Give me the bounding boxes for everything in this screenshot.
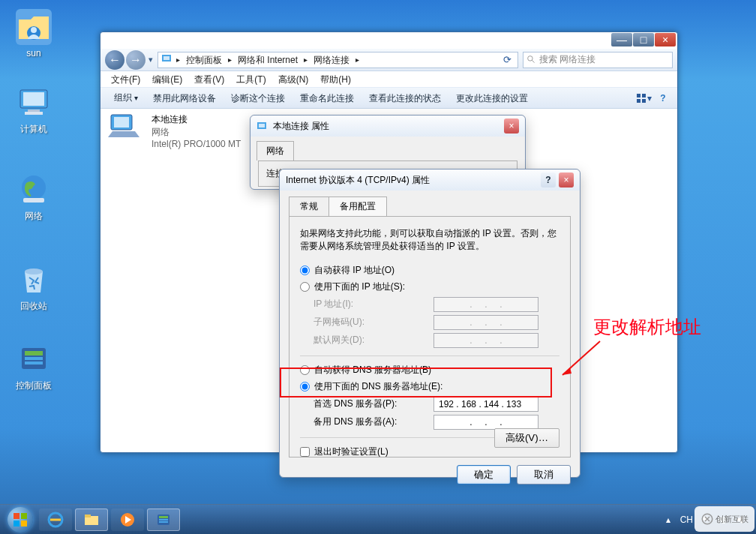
radio-ip-auto[interactable]: 自动获得 IP 地址(O) <box>300 264 560 277</box>
desktop-icon-network[interactable]: 网络 <box>8 171 60 223</box>
computer-icon <box>16 84 52 120</box>
field-label: 首选 DNS 服务器(P): <box>314 398 434 410</box>
radio-ip-manual[interactable]: 使用下面的 IP 地址(S): <box>300 280 560 293</box>
desktop-icon-sun[interactable]: sun <box>8 9 60 58</box>
ok-button[interactable]: 确定 <box>457 465 511 484</box>
desktop-icon-label: sun <box>8 48 60 58</box>
svg-rect-14 <box>164 56 170 60</box>
breadcrumb[interactable]: 网络和 Internet <box>235 52 301 68</box>
desktop-icon-computer[interactable]: 计算机 <box>8 84 60 136</box>
tab-alternate[interactable]: 备用配置 <box>328 196 387 216</box>
start-button[interactable] <box>4 505 36 535</box>
checkbox-input[interactable] <box>300 447 310 457</box>
help-icon[interactable]: ? <box>655 90 671 106</box>
taskbar-app-ie[interactable] <box>39 508 72 531</box>
desktop-icon-control-panel[interactable]: 控制面板 <box>8 340 60 392</box>
taskbar-app-control-panel[interactable] <box>147 508 180 531</box>
desktop-icon-recycle-bin[interactable]: 回收站 <box>8 261 60 313</box>
search-input[interactable]: 搜索 网络连接 <box>523 52 673 68</box>
history-dropdown-icon[interactable]: ▾ <box>148 55 153 64</box>
radio-input[interactable] <box>300 266 310 275</box>
menu-help[interactable]: 帮助(H) <box>314 72 357 87</box>
svg-rect-19 <box>637 99 640 103</box>
tabs: 常规 备用配置 <box>289 196 571 216</box>
forward-button[interactable]: → <box>126 50 146 70</box>
field-label: 默认网关(D): <box>314 334 434 346</box>
tool-status[interactable]: 查看此连接的状态 <box>362 88 448 108</box>
desktop-icon-label: 回收站 <box>8 300 60 313</box>
windows-logo-icon <box>8 507 33 532</box>
language-indicator[interactable]: CH <box>680 514 693 525</box>
menubar: 文件(F) 编辑(E) 查看(V) 工具(T) 高级(N) 帮助(H) <box>100 71 677 88</box>
desktop-icon-label: 网络 <box>8 210 60 223</box>
refresh-icon[interactable]: ⟳ <box>500 54 514 65</box>
svg-point-15 <box>528 56 533 62</box>
svg-line-16 <box>532 60 534 62</box>
field-subnet-mask: 子网掩码(U): . . . <box>300 315 560 330</box>
view-dropdown-icon[interactable]: ▾ <box>635 90 652 106</box>
tool-disable[interactable]: 禁用此网络设备 <box>146 88 224 108</box>
tab-network[interactable]: 网络 <box>256 141 294 160</box>
address-bar[interactable]: ▸ 控制面板 ▸ 网络和 Internet ▸ 网络连接 ▸ ⟳ <box>158 52 518 68</box>
connection-name: 本地连接 <box>152 113 241 126</box>
toolbar: 组织 禁用此网络设备 诊断这个连接 重命名此连接 查看此连接的状态 更改此连接的… <box>100 88 677 109</box>
advanced-button[interactable]: 高级(V)… <box>494 428 560 448</box>
svg-marker-26 <box>562 368 572 375</box>
svg-point-8 <box>25 268 43 274</box>
dialog-title: Internet 协议版本 4 (TCP/IPv4) 属性 <box>286 174 430 187</box>
tool-organize[interactable]: 组织 <box>106 88 146 108</box>
back-button[interactable]: ← <box>105 50 124 70</box>
preferred-dns-input[interactable]: 192 . 168 . 144 . 133 <box>434 397 538 412</box>
help-button[interactable]: ? <box>541 172 556 188</box>
gateway-input: . . . <box>434 333 538 348</box>
field-label: 子网掩码(U): <box>314 316 434 328</box>
recycle-bin-icon <box>16 261 52 297</box>
control-panel-icon <box>16 340 52 376</box>
tab-panel-general: 如果网络支持此功能，则可以获取自动指派的 IP 设置。否则，您需要从网络系统管理… <box>289 216 571 458</box>
location-icon <box>161 52 173 67</box>
menu-tools[interactable]: 工具(T) <box>230 72 272 87</box>
menu-advanced[interactable]: 高级(N) <box>272 72 315 87</box>
field-default-gateway: 默认网关(D): . . . <box>300 333 560 348</box>
menu-file[interactable]: 文件(F) <box>105 72 146 87</box>
dialog-titlebar: 本地连接 属性 × <box>250 116 525 136</box>
close-icon[interactable]: × <box>504 118 519 134</box>
svg-rect-18 <box>642 94 646 98</box>
tab-general[interactable]: 常规 <box>289 196 329 216</box>
network-globe-icon <box>16 171 52 207</box>
alternate-dns-input[interactable]: . . . <box>434 415 538 430</box>
crumb-sep-icon: ▸ <box>225 52 235 68</box>
taskbar-app-explorer[interactable] <box>75 508 108 531</box>
minimize-button[interactable]: — <box>611 33 632 46</box>
svg-rect-11 <box>25 357 43 360</box>
field-label: 备用 DNS 服务器(A): <box>314 416 434 428</box>
crumb-sep-icon: ▸ <box>352 52 362 68</box>
svg-rect-5 <box>25 112 43 115</box>
svg-rect-39 <box>159 521 168 523</box>
svg-point-1 <box>31 27 37 33</box>
radio-input[interactable] <box>300 282 310 292</box>
svg-rect-20 <box>642 99 646 103</box>
breadcrumb[interactable]: 网络连接 <box>310 52 352 68</box>
close-button[interactable]: × <box>559 172 574 188</box>
folder-user-icon <box>16 9 52 45</box>
close-button[interactable]: × <box>655 33 676 46</box>
field-ip-address: IP 地址(I): . . . <box>300 297 560 312</box>
svg-rect-22 <box>114 117 129 128</box>
menu-view[interactable]: 查看(V) <box>188 72 230 87</box>
description-text: 如果网络支持此功能，则可以获取自动指派的 IP 设置。否则，您需要从网络系统管理… <box>300 227 560 254</box>
cancel-button[interactable]: 取消 <box>517 465 571 484</box>
crumb-sep-icon: ▸ <box>173 52 183 68</box>
tool-rename[interactable]: 重命名此连接 <box>292 88 362 108</box>
svg-rect-3 <box>23 92 44 106</box>
taskbar-app-media[interactable] <box>111 508 144 531</box>
ethernet-icon <box>256 120 268 132</box>
desktop-icon-label: 控制面板 <box>8 380 60 392</box>
tray-up-icon[interactable]: ▴ <box>662 514 674 526</box>
menu-edit[interactable]: 编辑(E) <box>146 72 188 87</box>
breadcrumb[interactable]: 控制面板 <box>183 52 225 68</box>
watermark-text: 创新互联 <box>716 514 748 525</box>
tool-settings[interactable]: 更改此连接的设置 <box>448 88 536 108</box>
maximize-button[interactable]: □ <box>633 33 654 46</box>
tool-diagnose[interactable]: 诊断这个连接 <box>224 88 292 108</box>
